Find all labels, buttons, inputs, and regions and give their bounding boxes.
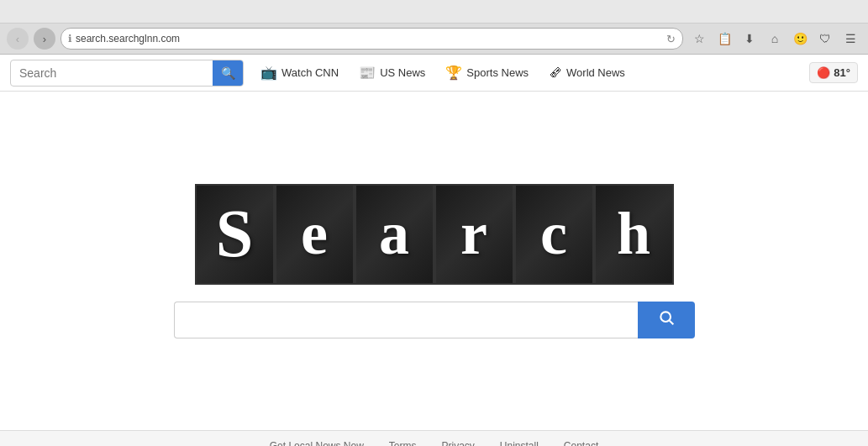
menu-icon[interactable]: ☰ <box>839 28 861 50</box>
back-button[interactable]: ‹ <box>7 28 29 50</box>
browser-titlebar <box>0 0 868 24</box>
download-icon[interactable]: ⬇ <box>739 28 760 50</box>
main-search-bar <box>174 302 695 338</box>
footer: Get Local News Now Terms Privacy Uninsta… <box>0 430 868 446</box>
emoji-icon[interactable]: 🙂 <box>789 28 811 50</box>
info-icon: ℹ <box>68 33 72 45</box>
toolbar-search-button[interactable]: 🔍 <box>213 60 243 87</box>
nav-link-world-news[interactable]: 🗞 World News <box>540 60 634 86</box>
svg-point-0 <box>660 312 671 322</box>
search-logo: S e a r c h <box>195 184 674 285</box>
logo-letter-e: e <box>275 184 355 285</box>
bookmark-icon[interactable]: ☆ <box>688 28 710 50</box>
world-news-icon: 🗞 <box>549 66 562 81</box>
logo-letter-r: r <box>434 184 514 285</box>
footer-get-local-news[interactable]: Get Local News Now <box>270 440 364 447</box>
reading-list-icon[interactable]: 📋 <box>713 28 735 50</box>
nav-link-world-news-label: World News <box>566 66 625 79</box>
us-news-icon: 📰 <box>359 65 376 81</box>
nav-link-sports-news[interactable]: 🏆 Sports News <box>437 60 537 86</box>
weather-value: 81° <box>834 66 850 79</box>
shield-icon[interactable]: 🛡 <box>814 28 836 50</box>
logo-letter-a: a <box>355 184 434 285</box>
logo-letter-S: S <box>195 184 275 285</box>
svg-line-1 <box>669 321 673 325</box>
main-content: S e a r c h <box>0 92 868 430</box>
sports-news-icon: 🏆 <box>445 65 462 81</box>
footer-terms[interactable]: Terms <box>389 440 417 447</box>
address-input[interactable] <box>76 33 663 45</box>
back-icon: ‹ <box>16 33 19 45</box>
footer-uninstall[interactable]: Uninstall <box>500 440 539 447</box>
watch-cnn-icon: 📺 <box>260 65 277 81</box>
footer-contact[interactable]: Contact <box>564 440 598 447</box>
reload-icon[interactable]: ↻ <box>666 33 676 45</box>
main-search-button[interactable] <box>638 302 695 338</box>
logo-letter-c: c <box>514 184 594 285</box>
search-icon: 🔍 <box>221 66 235 80</box>
address-bar-container: ℹ ↻ <box>60 28 683 50</box>
nav-link-us-news[interactable]: 📰 US News <box>350 60 434 86</box>
home-icon[interactable]: ⌂ <box>764 28 786 50</box>
browser-nav-icons: ☆ 📋 ⬇ ⌂ 🙂 🛡 ☰ <box>688 28 861 50</box>
browser-nav: ‹ › ℹ ↻ ☆ 📋 ⬇ ⌂ 🙂 🛡 ☰ <box>0 24 868 54</box>
weather-icon: 🔴 <box>817 66 830 79</box>
toolbar-search-input[interactable] <box>11 66 213 80</box>
main-search-input[interactable] <box>174 302 638 338</box>
footer-privacy[interactable]: Privacy <box>441 440 474 447</box>
forward-icon: › <box>43 33 46 45</box>
weather-badge[interactable]: 🔴 81° <box>809 62 858 83</box>
toolbar: 🔍 📺 Watch CNN 📰 US News 🏆 Sports News 🗞 … <box>0 55 868 92</box>
nav-link-sports-news-label: Sports News <box>466 66 529 79</box>
toolbar-search-box: 🔍 <box>10 60 244 87</box>
nav-link-us-news-label: US News <box>380 66 425 79</box>
nav-link-watch-cnn[interactable]: 📺 Watch CNN <box>252 60 347 86</box>
toolbar-nav-links: 📺 Watch CNN 📰 US News 🏆 Sports News 🗞 Wo… <box>252 60 801 86</box>
main-search-icon <box>658 309 675 330</box>
nav-link-watch-cnn-label: Watch CNN <box>281 66 339 79</box>
forward-button[interactable]: › <box>34 28 55 50</box>
logo-letter-h: h <box>594 184 674 285</box>
